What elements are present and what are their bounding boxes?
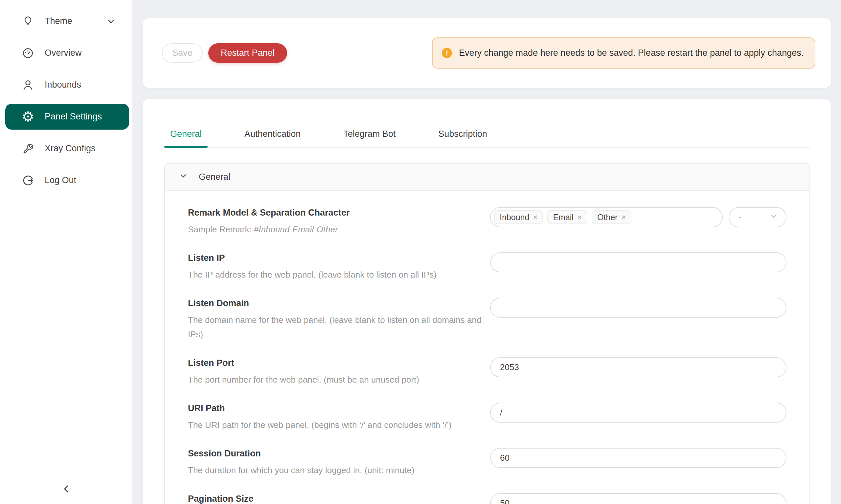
user-icon [21,78,34,92]
tab-telegram-bot[interactable]: Telegram Bot [337,124,401,147]
field-label: Listen IP [188,252,484,264]
restart-panel-button[interactable]: Restart Panel [208,43,287,63]
tab-subscription[interactable]: Subscription [432,124,493,147]
field-description: The IP address for the web panel. (leave… [188,267,484,282]
field-label: Listen Domain [188,298,484,309]
sidebar-menu: Theme Overview Inbounds ⚙ Panel Settings [0,0,132,193]
actions-card: Save Restart Panel ! Every change made h… [142,18,831,88]
sidebar-item-label: Inbounds [45,80,81,90]
sidebar-item-label: Xray Configs [45,143,96,154]
form-row-listen-port: Listen Port The port number for the web … [188,357,787,387]
logout-icon [21,174,34,187]
field-label: Listen Port [188,357,484,368]
exclamation-circle-icon: ! [442,48,452,58]
sidebar-item-log-out[interactable]: Log Out [5,167,129,193]
listen-ip-input[interactable] [490,252,787,272]
tab-authentication[interactable]: Authentication [239,124,307,147]
field-label: Session Duration [188,448,484,459]
tag-other[interactable]: Other× [591,210,632,224]
close-icon[interactable]: × [533,213,537,221]
sidebar-item-overview[interactable]: Overview [5,40,129,66]
sidebar-item-panel-settings[interactable]: ⚙ Panel Settings [5,104,129,130]
sidebar-item-inbounds[interactable]: Inbounds [5,72,129,98]
tag-inbound[interactable]: Inbound× [494,210,543,224]
form-row-listen-ip: Listen IP The IP address for the web pan… [188,252,787,282]
dashboard-icon [21,47,34,60]
general-collapse-panel: General Remark Model & Separation Charac… [164,163,810,504]
separation-character-value: - [738,212,741,222]
field-label: URI Path [188,402,484,414]
panel-title: General [199,172,230,182]
sidebar-collapse-button[interactable] [0,480,132,499]
chevron-left-icon [61,483,72,496]
settings-tabs: General Authentication Telegram Bot Subs… [164,99,810,148]
sidebar: Theme Overview Inbounds ⚙ Panel Settings [0,0,132,504]
uri-path-input[interactable] [490,402,787,422]
tag-email[interactable]: Email× [547,210,587,224]
sidebar-item-label: Theme [45,16,72,26]
field-description: The domain name for the web panel. (leav… [188,313,484,342]
listen-domain-input[interactable] [490,298,787,318]
settings-card: General Authentication Telegram Bot Subs… [142,99,831,504]
chevron-down-icon [769,212,778,223]
form-row-uri-path: URI Path The URI path for the web panel.… [188,402,787,432]
field-description: Sample Remark: #Inbound-Email-Other [188,222,484,237]
field-description: The URI path for the web panel. (begins … [188,418,484,432]
gear-icon: ⚙ [21,110,34,123]
form-row-session-duration: Session Duration The duration for which … [188,448,787,478]
sidebar-item-label: Overview [45,48,82,58]
listen-port-input[interactable] [490,357,787,377]
pagination-size-input[interactable] [490,493,787,504]
save-button[interactable]: Save [162,43,203,63]
sidebar-item-xray-configs[interactable]: Xray Configs [5,136,129,161]
general-panel-body: Remark Model & Separation Character Samp… [165,191,809,504]
session-duration-input[interactable] [490,448,787,468]
bulb-icon [21,15,34,28]
close-icon[interactable]: × [577,213,582,221]
close-icon[interactable]: × [621,213,626,221]
form-row-pagination-size: Pagination Size [188,493,787,504]
chevron-down-icon [179,171,188,183]
sidebar-item-label: Log Out [45,175,76,185]
wrench-icon [21,142,34,155]
field-description: The port number for the web panel. (must… [188,373,484,387]
form-row-listen-domain: Listen Domain The domain name for the we… [188,298,787,342]
field-description: The duration for which you can stay logg… [188,463,484,478]
chevron-down-icon [106,16,116,26]
separation-character-select[interactable]: - [728,207,787,228]
alert-text: Every change made here needs to be saved… [459,46,804,60]
form-row-remark-model: Remark Model & Separation Character Samp… [188,207,787,237]
field-label: Remark Model & Separation Character [188,207,484,218]
remark-model-multiselect[interactable]: Inbound× Email× Other× [490,207,723,228]
general-panel-header[interactable]: General [165,164,809,191]
sidebar-item-label: Panel Settings [45,111,102,122]
restart-warning-alert: ! Every change made here needs to be sav… [432,37,816,69]
sample-remark-value: #Inbound-Email-Other [254,224,338,234]
tab-general[interactable]: General [164,124,208,147]
field-label: Pagination Size [188,493,484,504]
sidebar-item-theme[interactable]: Theme [5,8,129,34]
main-content: Save Restart Panel ! Every change made h… [132,0,841,504]
